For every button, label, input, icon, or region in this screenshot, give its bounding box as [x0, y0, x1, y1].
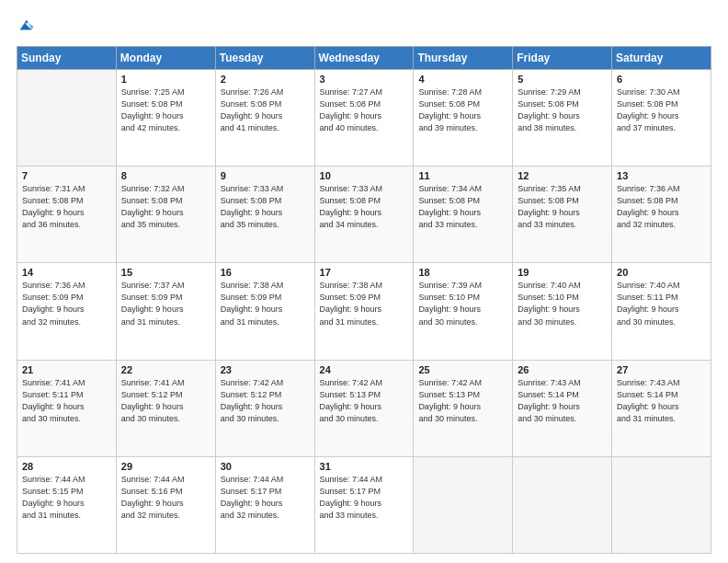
day-info: Sunrise: 7:43 AMSunset: 5:14 PMDaylight:…	[518, 377, 607, 425]
calendar-table: SundayMondayTuesdayWednesdayThursdayFrid…	[17, 46, 711, 554]
day-number: 20	[617, 267, 706, 278]
day-info: Sunrise: 7:38 AMSunset: 5:09 PMDaylight:…	[221, 280, 310, 327]
calendar-cell: 16Sunrise: 7:38 AMSunset: 5:09 PMDayligh…	[215, 263, 314, 360]
calendar-cell: 31Sunrise: 7:44 AMSunset: 5:17 PMDayligh…	[314, 456, 414, 553]
weekday-header-friday: Friday	[513, 47, 612, 70]
day-info: Sunrise: 7:29 AMSunset: 5:08 PMDaylight:…	[518, 86, 607, 134]
calendar-cell: 29Sunrise: 7:44 AMSunset: 5:16 PMDayligh…	[116, 456, 215, 553]
day-info: Sunrise: 7:44 AMSunset: 5:17 PMDaylight:…	[320, 474, 409, 522]
day-info: Sunrise: 7:25 AMSunset: 5:08 PMDaylight:…	[121, 86, 210, 134]
day-number: 16	[221, 267, 310, 278]
calendar-cell: 13Sunrise: 7:36 AMSunset: 5:08 PMDayligh…	[612, 167, 711, 263]
day-info: Sunrise: 7:41 AMSunset: 5:12 PMDaylight:…	[121, 377, 210, 425]
day-info: Sunrise: 7:40 AMSunset: 5:11 PMDaylight:…	[617, 280, 706, 327]
logo	[17, 17, 39, 37]
day-number: 6	[617, 74, 706, 85]
weekday-header-sunday: Sunday	[17, 47, 117, 70]
day-number: 27	[617, 364, 706, 375]
day-info: Sunrise: 7:44 AMSunset: 5:17 PMDaylight:…	[221, 474, 310, 522]
day-number: 25	[418, 364, 507, 375]
day-info: Sunrise: 7:33 AMSunset: 5:08 PMDaylight:…	[221, 183, 310, 231]
weekday-header-wednesday: Wednesday	[314, 47, 414, 70]
day-info: Sunrise: 7:30 AMSunset: 5:08 PMDaylight:…	[617, 86, 706, 134]
calendar-cell: 7Sunrise: 7:31 AMSunset: 5:08 PMDaylight…	[17, 167, 117, 263]
day-number: 29	[121, 461, 210, 472]
calendar-cell: 18Sunrise: 7:39 AMSunset: 5:10 PMDayligh…	[414, 263, 513, 360]
calendar-cell: 2Sunrise: 7:26 AMSunset: 5:08 PMDaylight…	[215, 70, 314, 167]
day-number: 7	[22, 170, 111, 181]
calendar-cell: 25Sunrise: 7:42 AMSunset: 5:13 PMDayligh…	[414, 360, 513, 456]
calendar-cell: 12Sunrise: 7:35 AMSunset: 5:08 PMDayligh…	[513, 167, 612, 263]
calendar-cell: 9Sunrise: 7:33 AMSunset: 5:08 PMDaylight…	[215, 167, 314, 263]
calendar-cell: 23Sunrise: 7:42 AMSunset: 5:12 PMDayligh…	[215, 360, 314, 456]
calendar-cell: 3Sunrise: 7:27 AMSunset: 5:08 PMDaylight…	[314, 70, 414, 167]
calendar-cell: 26Sunrise: 7:43 AMSunset: 5:14 PMDayligh…	[513, 360, 612, 456]
day-number: 22	[121, 364, 210, 375]
calendar-cell: 10Sunrise: 7:33 AMSunset: 5:08 PMDayligh…	[314, 167, 414, 263]
calendar-cell: 5Sunrise: 7:29 AMSunset: 5:08 PMDaylight…	[513, 70, 612, 167]
calendar-cell: 20Sunrise: 7:40 AMSunset: 5:11 PMDayligh…	[612, 263, 711, 360]
calendar-cell: 6Sunrise: 7:30 AMSunset: 5:08 PMDaylight…	[612, 70, 711, 167]
day-number: 18	[418, 267, 507, 278]
day-number: 13	[617, 170, 706, 181]
calendar-cell: 15Sunrise: 7:37 AMSunset: 5:09 PMDayligh…	[116, 263, 215, 360]
day-number: 17	[320, 267, 409, 278]
calendar-week-4: 28Sunrise: 7:44 AMSunset: 5:15 PMDayligh…	[17, 456, 711, 553]
day-info: Sunrise: 7:44 AMSunset: 5:16 PMDaylight:…	[121, 474, 210, 522]
day-number: 2	[221, 74, 310, 85]
weekday-header-saturday: Saturday	[612, 47, 711, 70]
day-info: Sunrise: 7:36 AMSunset: 5:08 PMDaylight:…	[617, 183, 706, 231]
day-number: 19	[518, 267, 607, 278]
calendar-cell: 17Sunrise: 7:38 AMSunset: 5:09 PMDayligh…	[314, 263, 414, 360]
calendar-cell: 24Sunrise: 7:42 AMSunset: 5:13 PMDayligh…	[314, 360, 414, 456]
calendar-cell: 1Sunrise: 7:25 AMSunset: 5:08 PMDaylight…	[116, 70, 215, 167]
day-info: Sunrise: 7:35 AMSunset: 5:08 PMDaylight:…	[518, 183, 607, 231]
weekday-header-thursday: Thursday	[414, 47, 513, 70]
day-info: Sunrise: 7:28 AMSunset: 5:08 PMDaylight:…	[418, 86, 507, 134]
day-info: Sunrise: 7:42 AMSunset: 5:13 PMDaylight:…	[320, 377, 409, 425]
day-number: 10	[320, 170, 409, 181]
day-info: Sunrise: 7:42 AMSunset: 5:12 PMDaylight:…	[221, 377, 310, 425]
calendar-cell: 19Sunrise: 7:40 AMSunset: 5:10 PMDayligh…	[513, 263, 612, 360]
day-number: 4	[418, 74, 507, 85]
weekday-row: SundayMondayTuesdayWednesdayThursdayFrid…	[17, 47, 711, 70]
day-number: 12	[518, 170, 607, 181]
day-info: Sunrise: 7:36 AMSunset: 5:09 PMDaylight:…	[22, 280, 111, 327]
day-number: 28	[22, 461, 111, 472]
day-info: Sunrise: 7:41 AMSunset: 5:11 PMDaylight:…	[22, 377, 111, 425]
header	[17, 17, 711, 37]
day-info: Sunrise: 7:43 AMSunset: 5:14 PMDaylight:…	[617, 377, 706, 425]
calendar-cell: 28Sunrise: 7:44 AMSunset: 5:15 PMDayligh…	[17, 456, 117, 553]
calendar-cell: 22Sunrise: 7:41 AMSunset: 5:12 PMDayligh…	[116, 360, 215, 456]
day-number: 9	[221, 170, 310, 181]
day-number: 3	[320, 74, 409, 85]
day-info: Sunrise: 7:37 AMSunset: 5:09 PMDaylight:…	[121, 280, 210, 327]
calendar-week-2: 14Sunrise: 7:36 AMSunset: 5:09 PMDayligh…	[17, 263, 711, 360]
day-number: 26	[518, 364, 607, 375]
calendar-cell: 27Sunrise: 7:43 AMSunset: 5:14 PMDayligh…	[612, 360, 711, 456]
calendar-cell: 30Sunrise: 7:44 AMSunset: 5:17 PMDayligh…	[215, 456, 314, 553]
day-number: 30	[221, 461, 310, 472]
day-number: 31	[320, 461, 409, 472]
day-info: Sunrise: 7:31 AMSunset: 5:08 PMDaylight:…	[22, 183, 111, 231]
calendar-week-0: 1Sunrise: 7:25 AMSunset: 5:08 PMDaylight…	[17, 70, 711, 167]
calendar-header: SundayMondayTuesdayWednesdayThursdayFrid…	[17, 47, 711, 70]
day-info: Sunrise: 7:40 AMSunset: 5:10 PMDaylight:…	[518, 280, 607, 327]
day-info: Sunrise: 7:32 AMSunset: 5:08 PMDaylight:…	[121, 183, 210, 231]
day-info: Sunrise: 7:39 AMSunset: 5:10 PMDaylight:…	[418, 280, 507, 327]
calendar-cell: 4Sunrise: 7:28 AMSunset: 5:08 PMDaylight…	[414, 70, 513, 167]
day-number: 24	[320, 364, 409, 375]
day-number: 8	[121, 170, 210, 181]
calendar-cell: 11Sunrise: 7:34 AMSunset: 5:08 PMDayligh…	[414, 167, 513, 263]
day-number: 14	[22, 267, 111, 278]
calendar-page: SundayMondayTuesdayWednesdayThursdayFrid…	[0, 0, 728, 563]
calendar-cell	[414, 456, 513, 553]
day-number: 23	[221, 364, 310, 375]
calendar-cell: 21Sunrise: 7:41 AMSunset: 5:11 PMDayligh…	[17, 360, 117, 456]
calendar-cell: 14Sunrise: 7:36 AMSunset: 5:09 PMDayligh…	[17, 263, 117, 360]
weekday-header-tuesday: Tuesday	[215, 47, 314, 70]
day-info: Sunrise: 7:27 AMSunset: 5:08 PMDaylight:…	[320, 86, 409, 134]
calendar-body: 1Sunrise: 7:25 AMSunset: 5:08 PMDaylight…	[17, 70, 711, 554]
day-info: Sunrise: 7:44 AMSunset: 5:15 PMDaylight:…	[22, 474, 111, 522]
day-number: 11	[418, 170, 507, 181]
